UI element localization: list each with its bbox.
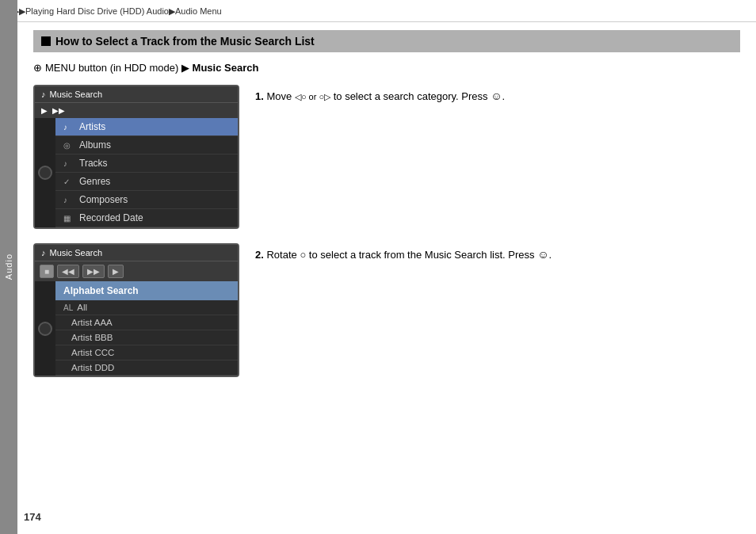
step2-desc: Rotate ○ to select a track from the Musi… — [266, 249, 552, 261]
screen1-list: ♪ Artists ◎ Albums ♪ Tracks ✓ Genres — [55, 118, 238, 227]
albums-icon: ◎ — [63, 141, 74, 150]
ctrl-arrow-forward[interactable]: ▶▶ — [52, 106, 65, 115]
knob-circle — [38, 166, 52, 180]
section-icon — [41, 36, 51, 46]
ctrl-play[interactable]: ▶ — [108, 265, 124, 278]
screen2-mock: ♪ Music Search ■ ◀◀ ▶▶ ▶ Alphabet Search — [33, 243, 239, 377]
step1-text: 1. Move ◁○ or ○▷ to select a search cate… — [255, 85, 740, 229]
screen1-mock: ♪ Music Search ▶ ▶▶ ♪ Artists — [33, 85, 239, 229]
screen2-list: Alphabet Search AL All Artist AAA Artist… — [55, 281, 238, 376]
step1-row: ♪ Music Search ▶ ▶▶ ♪ Artists — [33, 85, 740, 229]
list-item-label: Tracks — [79, 158, 108, 169]
section-header: How to Select a Track from the Music Sea… — [33, 30, 740, 52]
instruction-line: ⊕ MENU button (in HDD mode) ▶ Music Sear… — [33, 62, 740, 74]
list-item-label: Composers — [79, 194, 128, 205]
list-item-label: Recorded Date — [79, 212, 143, 223]
list-item-artist-aaa[interactable]: Artist AAA — [55, 315, 238, 330]
page-number: 174 — [24, 511, 41, 523]
step2-number: 2. — [255, 249, 264, 261]
ctrl-prev[interactable]: ◀◀ — [57, 265, 79, 278]
ctrl-stop[interactable]: ■ — [40, 265, 54, 278]
section-title: How to Select a Track from the Music Sea… — [55, 35, 315, 48]
list-item[interactable]: ♪ Composers — [55, 191, 238, 209]
screen1-body: ♪ Artists ◎ Albums ♪ Tracks ✓ Genres — [35, 118, 238, 227]
artist-icon: ♪ — [63, 123, 74, 132]
all-icon: AL — [63, 303, 73, 312]
knob-circle-2 — [38, 322, 52, 336]
breadcrumb-text: ▶▶Playing Hard Disc Drive (HDD) Audio▶Au… — [13, 6, 222, 16]
music-icon-1: ♪ — [41, 90, 46, 99]
screen2-title: Music Search — [50, 248, 103, 257]
screen2-body: Alphabet Search AL All Artist AAA Artist… — [35, 281, 238, 376]
screen2-controls: ■ ◀◀ ▶▶ ▶ — [35, 261, 238, 281]
step1-desc: Move ◁○ or ○▷ to select a search categor… — [266, 90, 505, 102]
side-tab-label: Audio — [4, 254, 13, 280]
ctrl-arrow-right[interactable]: ▶ — [41, 106, 48, 115]
screen2-knob — [35, 281, 55, 376]
screen1-knob — [35, 118, 55, 227]
side-tab: Audio — [0, 0, 17, 534]
step2-text: 2. Rotate ○ to select a track from the M… — [255, 243, 740, 377]
ctrl-next[interactable]: ▶▶ — [82, 265, 105, 278]
music-icon-2: ♪ — [41, 248, 46, 257]
alpha-search-header: Alphabet Search — [55, 281, 238, 300]
instruction-text: MENU button (in HDD mode) ▶ Music Search — [45, 62, 258, 74]
main-content: How to Select a Track from the Music Sea… — [17, 22, 756, 407]
list-item-artist-ccc[interactable]: Artist CCC — [55, 345, 238, 360]
list-item-all[interactable]: AL All — [55, 300, 238, 315]
genres-icon: ✓ — [63, 177, 74, 186]
screen1-title: Music Search — [50, 90, 103, 99]
list-item[interactable]: ✓ Genres — [55, 173, 238, 191]
list-item[interactable]: ▦ Recorded Date — [55, 209, 238, 227]
list-item[interactable]: ♪ Artists — [55, 118, 238, 136]
list-item-label: Albums — [79, 139, 111, 151]
breadcrumb: ▶▶Playing Hard Disc Drive (HDD) Audio▶Au… — [0, 0, 756, 22]
list-item[interactable]: ◎ Albums — [55, 136, 238, 154]
list-item[interactable]: ♪ Tracks — [55, 154, 238, 173]
screen1-title-bar: ♪ Music Search — [35, 86, 238, 103]
step2-row: ♪ Music Search ■ ◀◀ ▶▶ ▶ Alphabet Search — [33, 243, 740, 377]
screen1-controls: ▶ ▶▶ — [35, 103, 238, 118]
menu-icon: ⊕ — [33, 62, 42, 74]
recorded-icon: ▦ — [63, 214, 74, 223]
list-item-label: Genres — [79, 176, 110, 187]
list-item-label: Artists — [79, 121, 105, 132]
all-label: All — [77, 303, 87, 312]
step1-number: 1. — [255, 90, 264, 102]
tracks-icon: ♪ — [63, 159, 74, 168]
screen2-title-bar: ♪ Music Search — [35, 245, 238, 261]
list-item-artist-bbb[interactable]: Artist BBB — [55, 330, 238, 345]
list-item-artist-ddd[interactable]: Artist DDD — [55, 360, 238, 376]
composers-icon: ♪ — [63, 196, 74, 204]
